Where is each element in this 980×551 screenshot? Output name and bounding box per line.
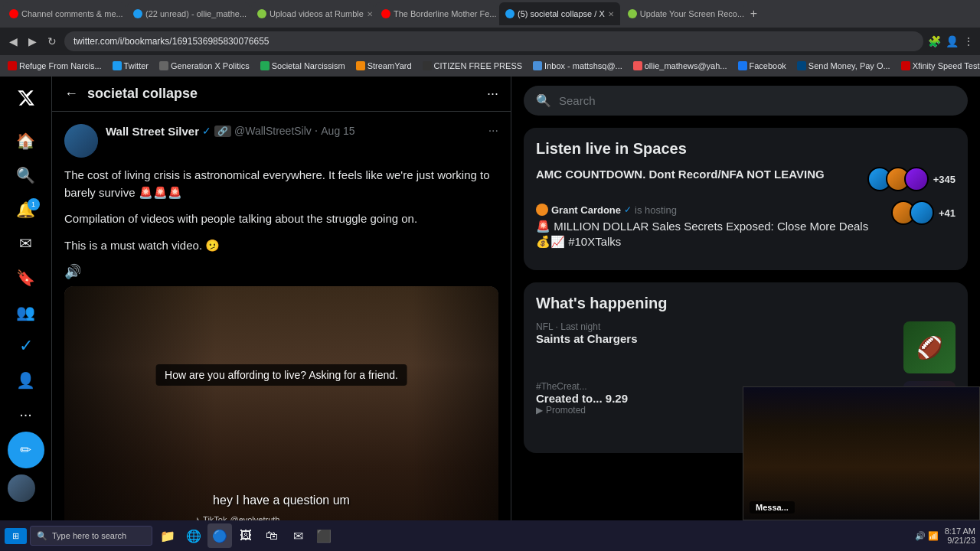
taskbar-app-chrome[interactable]: 🔵 <box>207 523 232 548</box>
space-info: AMC COUNTDOWN. Dont Record/NFA NOT LEAVI… <box>536 167 860 182</box>
forward-button[interactable]: ▶ <box>25 34 40 49</box>
bookmark-icon <box>533 61 542 70</box>
promoted-icon: ▶ <box>536 405 543 416</box>
search-box[interactable]: 🔍 <box>524 86 968 116</box>
sidebar-item-home[interactable]: 🏠 <box>8 126 44 157</box>
tweet-date: Aug 15 <box>321 125 354 137</box>
floating-video-content: Messa... <box>743 387 979 520</box>
bookmark-xfinity[interactable]: Xfinity Speed Test <box>898 60 980 72</box>
tab-label: Channel comments & me... <box>21 9 123 18</box>
taskbar-app-photos[interactable]: 🖼 <box>234 523 258 548</box>
tweet-handle: @WallStreetSilv <box>234 125 312 137</box>
menu-icon[interactable]: ⋮ <box>963 35 974 47</box>
tab-ollie[interactable]: (22 unread) - ollie_mathe... ✕ <box>127 2 250 25</box>
extensions-icon[interactable]: 🧩 <box>928 35 941 47</box>
compose-button[interactable]: ✏ <box>8 432 44 468</box>
space-count-grant: +41 <box>939 207 956 219</box>
sidebar-item-more[interactable]: ··· <box>8 399 44 430</box>
tweet-title: societal collapse <box>87 86 198 102</box>
bookmark-inbox[interactable]: Inbox - mattshsq@... <box>530 60 626 72</box>
space-avatar-3 <box>904 167 929 191</box>
back-button[interactable]: ◀ <box>6 34 21 49</box>
tab-close[interactable]: ✕ <box>608 10 614 18</box>
twitter-logo[interactable] <box>11 83 41 118</box>
happening-item-nfl[interactable]: NFL · Last night Saints at Chargers 🏈 <box>536 321 956 373</box>
bookmarks-bar: Refuge From Narcis... Twitter Generation… <box>0 55 980 77</box>
tiktok-label: TikTok <box>203 515 227 520</box>
profile-icon[interactable]: 👤 <box>946 35 959 47</box>
sidebar-item-messages[interactable]: ✉ <box>8 228 44 259</box>
space-count: +345 <box>933 174 956 185</box>
video-subtitle-top: How are you affording to live? Asking fo… <box>155 364 407 386</box>
bookmark-paypal[interactable]: Send Money, Pay O... <box>794 60 893 72</box>
bookmark-ollie[interactable]: ollie_mathews@yah... <box>630 60 730 72</box>
tab-rumble[interactable]: Upload videos at Rumble ✕ <box>251 2 374 25</box>
tab-borderline[interactable]: The Borderline Mother Fe... ✕ <box>375 2 498 25</box>
tweet-more-button[interactable]: ··· <box>488 124 498 138</box>
start-button[interactable]: ⊞ <box>5 528 27 544</box>
space-desc: 🚨 MILLION DOLLAR Sales Secrets Exposed: … <box>536 219 884 249</box>
bookmark-label: Facebook <box>750 61 786 70</box>
tab-close[interactable]: ✕ <box>367 10 373 18</box>
tab-channel-comments[interactable]: Channel comments & me... ✕ <box>3 2 126 25</box>
notification-badge: 1 <box>28 198 40 210</box>
space-name: AMC COUNTDOWN. Dont Record/NFA NOT LEAVI… <box>536 167 860 182</box>
back-arrow-button[interactable]: ← <box>64 86 78 102</box>
sidebar-item-profile[interactable]: 👤 <box>8 365 44 396</box>
bookmark-refuge[interactable]: Refuge From Narcis... <box>5 60 105 72</box>
tweet-header: ← societal collapse ··· <box>52 77 511 112</box>
tab-label: (22 unread) - ollie_mathe... <box>145 9 247 18</box>
happening-category: NFL · Last night <box>536 321 896 332</box>
sidebar-item-bookmarks[interactable]: 🔖 <box>8 262 44 294</box>
webcam-feed: Messa... <box>743 387 979 520</box>
happening-image: 🏈 <box>903 321 956 373</box>
tab-update-screen[interactable]: Update Your Screen Reco... ✕ <box>622 2 744 25</box>
sidebar-item-communities[interactable]: 👥 <box>8 296 44 328</box>
address-bar[interactable] <box>64 31 923 51</box>
bookmark-icon <box>8 61 17 70</box>
taskbar-search[interactable]: 🔍 Type here to search <box>30 526 152 546</box>
bookmark-genx[interactable]: Generation X Politics <box>156 60 253 72</box>
taskbar-app-terminal[interactable]: ⬛ <box>312 523 336 548</box>
bookmark-facebook[interactable]: Facebook <box>735 60 789 72</box>
bookmark-streamyard[interactable]: StreamYard <box>353 60 415 72</box>
taskbar-app-file[interactable]: 📁 <box>155 523 180 548</box>
sidebar-item-notifications[interactable]: 🔔 1 <box>8 194 44 225</box>
tab-favicon-rb <box>257 9 266 18</box>
search-input[interactable] <box>559 94 956 107</box>
space-avatars-grant: +41 <box>891 201 956 225</box>
taskbar-app-store[interactable]: 🛍 <box>260 523 284 548</box>
taskbar-right: 🔊 📶 8:17 AM 9/21/23 <box>915 527 975 545</box>
floating-video[interactable]: Messa... <box>743 386 980 520</box>
bookmark-twitter[interactable]: Twitter <box>109 60 152 72</box>
happening-name: Saints at Chargers <box>536 332 896 345</box>
bookmark-label: Twitter <box>124 61 149 70</box>
search-icon: 🔍 <box>536 93 551 108</box>
tab-favicon-tw <box>133 9 142 18</box>
tweet-text-line3: This is a must watch video. 🫤 <box>64 237 498 255</box>
bookmark-societal-narc[interactable]: Societal Narcissism <box>257 60 348 72</box>
sidebar-item-verified[interactable]: ✓ <box>8 331 44 362</box>
new-tab-button[interactable]: + <box>746 7 762 21</box>
tweet-content: Wall Street Silver ✓ 🔗 @WallStreetSilv ·… <box>52 112 511 520</box>
header-more-button[interactable]: ··· <box>487 86 498 102</box>
volume-icon[interactable]: 🔊 <box>64 264 81 279</box>
space-item-amc[interactable]: AMC COUNTDOWN. Dont Record/NFA NOT LEAVI… <box>536 167 956 191</box>
tab-societal-collapse[interactable]: (5) societal collapse / X ✕ <box>499 2 620 25</box>
tweet-video[interactable]: How are you affording to live? Asking fo… <box>64 286 498 520</box>
taskbar-app-edge[interactable]: 🌐 <box>181 523 206 548</box>
bookmark-label: ollie_mathews@yah... <box>645 61 727 70</box>
sidebar-item-explore[interactable]: 🔍 <box>8 160 44 191</box>
reload-button[interactable]: ↻ <box>44 34 60 49</box>
twitter-sidebar: 🏠 🔍 🔔 1 ✉ 🔖 👥 ✓ 👤 ··· ✏ <box>0 77 52 520</box>
taskbar-app-mail[interactable]: ✉ <box>286 523 310 548</box>
bookmark-label: Xfinity Speed Test <box>913 61 980 70</box>
space-info-grant: Grant Cardone ✓ is hosting 🚨 MILLION DOL… <box>536 201 884 249</box>
host-name: Grant Cardone <box>551 204 621 216</box>
bookmark-label: Send Money, Pay O... <box>808 61 890 70</box>
space-item-grant[interactable]: Grant Cardone ✓ is hosting 🚨 MILLION DOL… <box>536 201 956 249</box>
bookmark-label: Refuge From Narcis... <box>19 61 102 70</box>
bookmark-citizen[interactable]: CITIZEN FREE PRESS <box>420 60 526 72</box>
tweet-author-avatar[interactable] <box>64 124 98 158</box>
user-avatar[interactable] <box>8 474 35 502</box>
